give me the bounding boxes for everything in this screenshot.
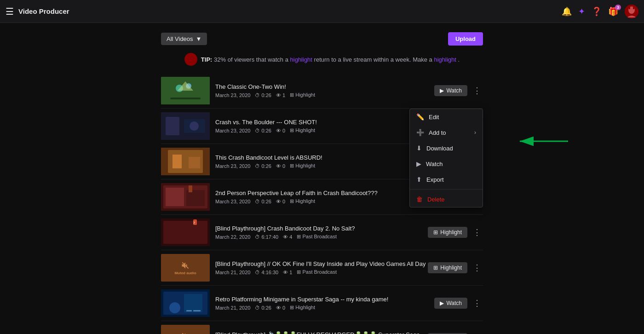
video-date: March 23, 2020 <box>215 92 250 98</box>
video-views: 👁 1 <box>283 270 292 275</box>
menu-item-download[interactable]: ⬇ Download <box>410 140 483 156</box>
svg-rect-2 <box>629 7 630 9</box>
play-icon: ▶ <box>440 87 444 94</box>
svg-point-29 <box>169 302 180 313</box>
tip-text-prefix: 32% of viewers that watch a <box>214 56 290 63</box>
svg-rect-30 <box>184 294 202 312</box>
video-duration: ⏱ 6:17:40 <box>255 234 278 240</box>
tip-highlight-link-2[interactable]: highlight <box>434 56 456 63</box>
video-type-badge: ⊞ Highlight <box>290 92 315 98</box>
highlight-icon: ⊞ <box>433 265 438 271</box>
menu-item-label: Export <box>426 176 444 183</box>
video-date: March 23, 2020 <box>215 128 250 133</box>
nav-right: 🔔 ✦ ❓ 🎁 3 <box>562 5 638 18</box>
more-options-button[interactable]: ⋮ <box>471 261 483 275</box>
video-title: Retro Platforming Minigame in Superstar … <box>215 296 434 303</box>
more-options-button[interactable]: ⋮ <box>471 225 483 239</box>
video-date: March 23, 2020 <box>215 163 250 169</box>
svg-rect-3 <box>633 7 634 9</box>
svg-text:7: 7 <box>193 221 196 225</box>
more-options-button[interactable]: ⋮ <box>471 332 483 334</box>
video-thumbnail <box>161 112 210 140</box>
video-info: Retro Platforming Minigame in Superstar … <box>215 296 434 311</box>
menu-item-label: Delete <box>427 196 445 203</box>
video-info: The Classic One-Two Win! March 23, 2020 … <box>215 83 434 98</box>
menu-item-add-to[interactable]: ➕ Add to › <box>410 125 483 140</box>
play-icon: ▶ <box>416 160 421 167</box>
filter-label: All Videos <box>167 35 193 42</box>
video-date: March 21, 2020 <box>215 270 250 275</box>
notifications-icon[interactable]: 🔔 <box>562 6 572 17</box>
watch-label: Watch <box>446 300 462 306</box>
video-actions: ⊞ Highlight ⋮ <box>428 261 483 275</box>
menu-item-export[interactable]: ⬆ Export <box>410 172 483 187</box>
highlight-button[interactable]: ⊞ Highlight <box>428 262 467 273</box>
video-thumbnail <box>161 77 210 104</box>
video-info: [Blind Playthrough] Crash Bandicoot Day … <box>215 225 428 240</box>
svg-rect-16 <box>189 157 200 168</box>
upload-button[interactable]: Upload <box>448 32 483 46</box>
gifts-icon[interactable]: 🎁 3 <box>608 6 618 17</box>
video-title: [Blind Playthrough] // OK OK Fine I'll S… <box>215 260 428 267</box>
nav-left: ☰ Video Producer <box>6 6 69 17</box>
tip-highlight-link-1[interactable]: highlight <box>290 56 312 63</box>
video-views: 👁 0 <box>276 199 285 204</box>
video-type-badge: ⊞ Past Broadcast <box>297 234 337 240</box>
play-icon: ▶ <box>440 300 444 306</box>
table-row: Muted audio [Blind Playthrough] // OK OK… <box>161 250 483 286</box>
video-actions: ⊞ Highlight ⋮ <box>428 225 483 239</box>
video-thumbnail <box>161 289 210 317</box>
table-row: Retro Platforming Minigame in Superstar … <box>161 286 483 321</box>
svg-rect-23 <box>163 221 207 244</box>
svg-rect-20 <box>186 190 205 206</box>
toolbar: All Videos ▼ Upload <box>161 32 483 46</box>
svg-point-12 <box>190 121 199 131</box>
menu-item-delete[interactable]: 🗑 Delete <box>410 191 483 207</box>
hamburger-icon[interactable]: ☰ <box>6 6 14 17</box>
highlight-button[interactable]: ⊞ Highlight <box>428 227 467 238</box>
video-type-badge: ⊞ Highlight <box>290 198 315 204</box>
extension-icon[interactable]: ✦ <box>578 6 585 17</box>
avatar[interactable] <box>625 5 638 18</box>
filter-button[interactable]: All Videos ▼ <box>161 33 207 45</box>
video-thumbnail <box>161 183 210 211</box>
table-row: Muted audio [Blind Playthrough] 🍃🔋🔋🔋FULL… <box>161 321 483 334</box>
menu-item-label: Add to <box>429 129 446 136</box>
video-title: This Crash Bandicoot Level is ABSURD! <box>215 154 434 161</box>
help-icon[interactable]: ❓ <box>592 6 602 17</box>
tip-bar: TIP: 32% of viewers that watch a highlig… <box>161 53 483 66</box>
add-icon: ➕ <box>416 129 424 136</box>
video-actions: ▶ Watch ⋮ <box>434 296 483 310</box>
more-options-button[interactable]: ⋮ <box>471 296 483 310</box>
video-actions: ⊞ Highlight ⋮ <box>428 332 483 334</box>
video-meta: March 23, 2020 ⏱ 0:26 👁 0 ⊞ Highlight <box>215 198 434 204</box>
video-meta: March 23, 2020 ⏱ 0:26 👁 0 ⊞ Highlight <box>215 163 434 169</box>
video-thumbnail: 7 <box>161 219 210 246</box>
svg-rect-32 <box>193 310 201 311</box>
main-content: All Videos ▼ Upload TIP: 32% of viewers … <box>0 23 644 334</box>
menu-item-edit[interactable]: ✏️ Edit <box>410 109 483 125</box>
svg-rect-19 <box>166 188 184 206</box>
video-title: [Blind Playthrough] Crash Bandicoot Day … <box>215 225 428 232</box>
table-row: 7 [Blind Playthrough] Crash Bandicoot Da… <box>161 215 483 250</box>
menu-item-label: Edit <box>429 114 439 121</box>
table-row: Crash vs. The Boulder --- ONE SHOT! Marc… <box>161 109 483 144</box>
more-options-button[interactable]: ⋮ <box>471 84 483 98</box>
watch-button[interactable]: ▶ Watch <box>434 85 467 96</box>
video-type-badge: ⊞ Past Broadcast <box>297 269 337 275</box>
svg-rect-10 <box>166 117 179 135</box>
video-views: 👁 0 <box>276 305 285 311</box>
video-meta: March 23, 2020 ⏱ 0:26 👁 1 ⊞ Highlight <box>215 92 434 98</box>
menu-item-watch[interactable]: ▶ Watch <box>410 156 483 172</box>
video-views: 👁 4 <box>283 234 292 240</box>
filter-chevron-icon: ▼ <box>196 35 202 42</box>
svg-rect-21 <box>189 185 192 192</box>
svg-rect-7 <box>170 98 201 99</box>
video-date: March 22, 2020 <box>215 234 250 240</box>
watch-label: Watch <box>446 87 462 94</box>
watch-button[interactable]: ▶ Watch <box>434 298 467 309</box>
video-meta: March 21, 2020 ⏱ 4:16:30 👁 1 ⊞ Past Broa… <box>215 269 428 275</box>
table-row: The Classic One-Two Win! March 23, 2020 … <box>161 73 483 109</box>
video-views: 👁 0 <box>276 128 285 133</box>
svg-rect-15 <box>172 155 182 168</box>
